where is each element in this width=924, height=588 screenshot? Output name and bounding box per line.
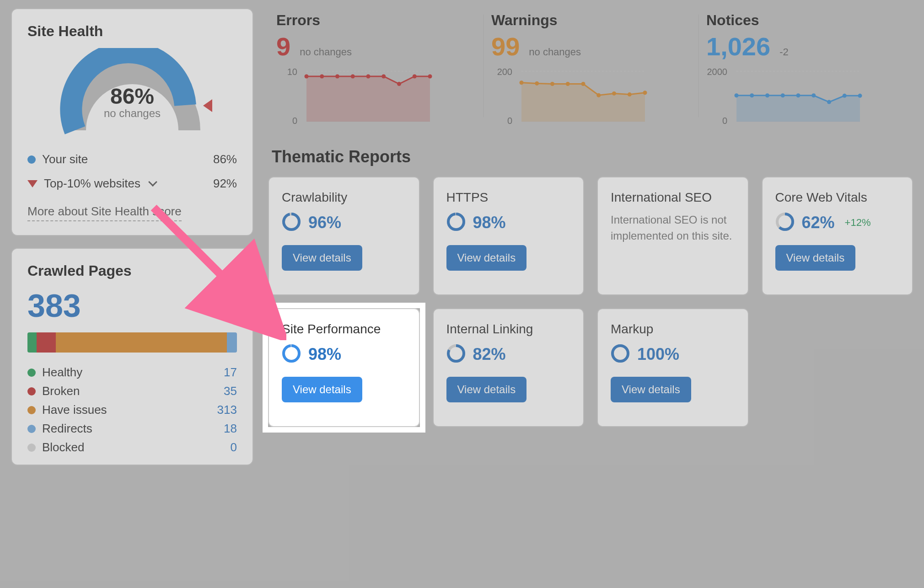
ring-icon — [282, 344, 301, 365]
metric-value: 99 — [491, 32, 520, 61]
thematic-pct: 62% — [802, 213, 835, 232]
sparkline — [517, 67, 650, 126]
svg-line-47 — [154, 208, 254, 308]
svg-point-21 — [643, 91, 647, 95]
metric-value: 1,026 — [706, 32, 770, 61]
svg-point-15 — [550, 82, 554, 86]
sparkline — [732, 67, 865, 126]
thematic-pct: 82% — [473, 345, 506, 364]
metric-delta: -2 — [779, 46, 789, 58]
metric-delta: no changes — [529, 46, 581, 58]
sparkline — [302, 67, 435, 126]
thematic-card-title: International SEO — [611, 189, 735, 206]
crawled-label: Blocked — [42, 440, 85, 454]
svg-point-20 — [628, 92, 632, 96]
view-details-button[interactable]: View details — [282, 377, 362, 402]
comparison-marker-icon — [203, 99, 212, 112]
thematic-pct: 98% — [473, 213, 506, 232]
svg-point-2 — [305, 75, 309, 79]
metric-notices: Notices1,026-220000 — [698, 8, 913, 135]
metric-value: 9 — [276, 32, 290, 61]
svg-point-29 — [811, 93, 816, 97]
view-details-button[interactable]: View details — [446, 377, 527, 402]
thematic-delta: +12% — [845, 217, 871, 229]
your-site-label: Your site — [42, 152, 88, 166]
svg-point-31 — [843, 94, 847, 98]
svg-point-7 — [381, 75, 386, 79]
crawled-row[interactable]: Broken35 — [27, 384, 237, 398]
thematic-pct: 98% — [308, 345, 341, 364]
thematic-card: Internal Linking82%View details — [433, 308, 585, 427]
svg-point-36 — [448, 214, 464, 230]
thematic-card-title: Internal Linking — [446, 321, 571, 337]
triangle-down-icon — [27, 180, 38, 187]
your-site-pct: 86% — [213, 152, 237, 166]
svg-point-6 — [366, 75, 371, 79]
svg-point-13 — [520, 80, 524, 85]
svg-point-14 — [535, 81, 539, 86]
svg-point-28 — [796, 93, 800, 97]
svg-point-19 — [612, 91, 616, 96]
svg-point-8 — [397, 82, 401, 86]
dot-icon — [27, 155, 36, 164]
metric-title: Notices — [706, 12, 900, 29]
thematic-title: Thematic Reports — [272, 147, 913, 166]
thematic-pct: 100% — [637, 345, 679, 364]
thematic-note: International SEO is not implemented on … — [611, 212, 735, 244]
crawled-row[interactable]: Blocked0 — [27, 440, 237, 454]
metric-delta: no changes — [300, 46, 352, 58]
dot-icon — [27, 406, 36, 414]
top10-dropdown[interactable]: Top-10% websites 92% — [27, 176, 237, 191]
crawled-label: Redirects — [42, 422, 92, 436]
crawled-label: Healthy — [42, 365, 82, 380]
ring-icon — [775, 212, 795, 233]
gauge-sub: no changes — [57, 107, 208, 120]
svg-point-25 — [750, 93, 754, 97]
metric-warnings: Warnings99no changes2000 — [483, 8, 698, 135]
view-details-button[interactable]: View details — [282, 245, 362, 271]
svg-point-3 — [320, 75, 324, 79]
metric-title: Errors — [276, 12, 470, 29]
crawled-row[interactable]: Redirects18 — [27, 422, 237, 436]
svg-point-27 — [781, 93, 785, 97]
crawled-value: 17 — [224, 365, 237, 380]
dot-icon — [27, 369, 36, 377]
svg-point-46 — [284, 346, 299, 361]
svg-point-16 — [566, 82, 570, 86]
crawled-value: 0 — [231, 440, 237, 454]
svg-point-9 — [413, 75, 417, 79]
crawled-value: 313 — [217, 403, 237, 417]
crawled-row[interactable]: Healthy17 — [27, 365, 237, 380]
svg-point-18 — [596, 93, 601, 97]
view-details-button[interactable]: View details — [611, 377, 691, 402]
thematic-card-title: Core Web Vitals — [775, 189, 900, 206]
crawled-row[interactable]: Have issues313 — [27, 403, 237, 417]
thematic-card: HTTPS98%View details — [433, 176, 585, 295]
svg-point-10 — [428, 75, 432, 79]
thematic-card-title: Crawlability — [282, 189, 406, 206]
svg-point-32 — [858, 94, 862, 98]
metric-errors: Errors9no changes100 — [268, 8, 483, 135]
thematic-card-title: Site Performance — [282, 321, 406, 337]
thematic-card: Crawlability96%View details — [268, 176, 420, 295]
thematic-card: International SEOInternational SEO is no… — [597, 176, 749, 295]
thematic-card: Markup100%View details — [597, 308, 749, 427]
svg-point-44 — [612, 346, 628, 361]
thematic-card-title: Markup — [611, 321, 735, 337]
crawled-label: Broken — [42, 384, 80, 398]
svg-point-24 — [735, 93, 739, 97]
crawled-value: 35 — [224, 384, 237, 398]
svg-point-26 — [765, 93, 769, 97]
gauge-percent: 86% — [57, 84, 208, 109]
dot-icon — [27, 387, 36, 396]
view-details-button[interactable]: View details — [446, 245, 527, 271]
top10-label: Top-10% websites — [44, 176, 140, 191]
ring-icon — [446, 344, 466, 365]
svg-point-5 — [351, 75, 355, 79]
view-details-button[interactable]: View details — [775, 245, 856, 271]
crawled-label: Have issues — [42, 403, 107, 417]
ring-icon — [446, 212, 466, 233]
top10-pct: 92% — [213, 176, 237, 191]
site-health-gauge: 86% no changes — [57, 48, 208, 139]
chevron-down-icon — [148, 177, 157, 187]
